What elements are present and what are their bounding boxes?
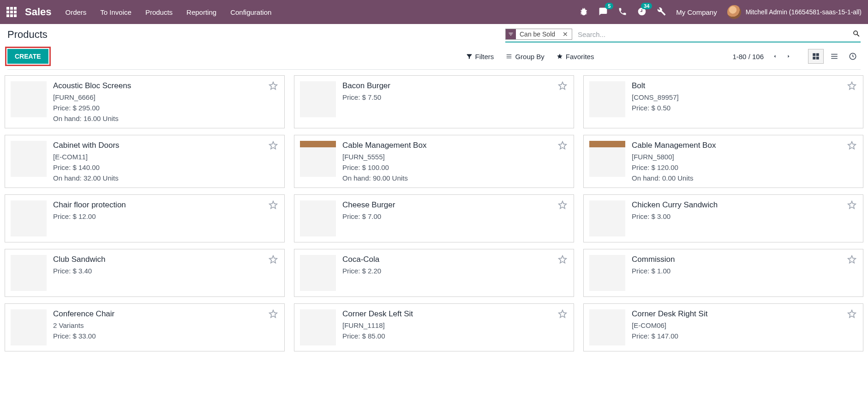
product-card[interactable]: Bacon BurgerPrice: $ 7.50 [294,75,574,128]
product-card[interactable]: Acoustic Bloc Screens[FURN_6666]Price: $… [5,75,285,128]
product-price: Price: $ 3.00 [632,212,857,220]
star-icon[interactable] [269,81,278,92]
activities-icon[interactable]: 34 [637,7,647,18]
topbar-right: 5 34 My Company Mitchell Admin (16654581… [579,5,862,19]
star-icon[interactable] [847,200,856,211]
product-name: Corner Desk Left Sit [342,309,568,319]
nav-orders[interactable]: Orders [66,8,87,16]
product-info: Cabinet with Doors[E-COM11]Price: $ 140.… [53,141,279,182]
star-icon[interactable] [558,141,567,151]
product-info: Chair floor protectionPrice: $ 12.00 [53,200,279,236]
product-price: Price: $ 140.00 [53,163,279,171]
search-input[interactable] [576,30,852,39]
product-thumb [300,81,336,117]
product-ref: [FURN_5555] [342,153,568,161]
product-card[interactable]: Corner Desk Left Sit[FURN_1118]Price: $ … [294,303,574,351]
pager-prev[interactable] [772,53,778,60]
product-ref: 2 Variants [53,321,279,329]
product-card[interactable]: Chicken Curry SandwichPrice: $ 3.00 [583,194,863,242]
create-button[interactable]: CREATE [7,49,48,64]
star-icon[interactable] [269,255,278,266]
star-icon[interactable] [558,200,567,211]
star-icon[interactable] [558,255,567,266]
user-name: Mitchell Admin (16654581-saas-15-1-all) [746,8,862,16]
pager-next[interactable] [786,53,791,60]
product-card[interactable]: CommissionPrice: $ 1.00 [583,249,863,297]
pager-value[interactable]: 1-80 / 106 [732,53,764,60]
product-name: Chicken Curry Sandwich [632,200,857,210]
product-price: Price: $ 147.00 [632,332,857,340]
product-thumb [589,141,625,177]
product-card[interactable]: Club SandwichPrice: $ 3.40 [5,249,285,297]
brand-title[interactable]: Sales [25,6,52,18]
messages-icon[interactable]: 5 [599,7,608,18]
view-activity[interactable] [845,49,861,64]
search-tools: Filters Group By Favorites [466,53,594,60]
product-info: Cheese BurgerPrice: $ 7.00 [342,200,568,236]
product-card[interactable]: Cheese BurgerPrice: $ 7.00 [294,194,574,242]
star-icon[interactable] [558,81,567,92]
product-onhand: On hand: 90.00 Units [342,174,568,182]
view-kanban[interactable] [808,49,824,64]
product-card[interactable]: Chair floor protectionPrice: $ 12.00 [5,194,285,242]
nav-products[interactable]: Products [145,8,173,16]
groupby-button[interactable]: Group By [506,53,544,60]
product-price: Price: $ 100.00 [342,163,568,171]
product-ref: [FURN_6666] [53,93,279,101]
tools-icon[interactable] [657,7,666,18]
star-icon[interactable] [847,309,856,320]
topbar: Sales Orders To Invoice Products Reporti… [0,0,868,24]
product-ref: [E-COM11] [53,153,279,161]
product-card[interactable]: Bolt[CONS_89957]Price: $ 0.50 [583,75,863,128]
product-card[interactable]: Cable Management Box[FURN_5800]Price: $ … [583,135,863,188]
product-info: Club SandwichPrice: $ 3.40 [53,255,279,291]
product-card[interactable]: Cable Management Box[FURN_5555]Price: $ … [294,135,574,188]
user-menu[interactable]: Mitchell Admin (16654581-saas-15-1-all) [727,5,862,19]
product-ref: [FURN_5800] [632,153,857,161]
product-name: Conference Chair [53,309,279,319]
bug-icon[interactable] [579,7,588,18]
star-icon[interactable] [269,309,278,320]
product-card[interactable]: Conference Chair2 VariantsPrice: $ 33.00 [5,303,285,351]
search-icon[interactable] [852,30,861,39]
star-icon[interactable] [558,309,567,320]
star-icon[interactable] [269,141,278,151]
groupby-label: Group By [515,53,544,60]
view-switcher [808,49,861,64]
apps-icon[interactable] [6,7,17,17]
page-title: Products [7,29,48,41]
product-card[interactable]: Coca-ColaPrice: $ 2.20 [294,249,574,297]
facet-remove[interactable]: ✕ [559,30,572,38]
product-thumb [300,141,336,177]
product-price: Price: $ 2.20 [342,267,568,275]
favorites-button[interactable]: Favorites [557,53,594,60]
product-info: Coca-ColaPrice: $ 2.20 [342,255,568,291]
product-info: Conference Chair2 VariantsPrice: $ 33.00 [53,309,279,345]
nav-configuration[interactable]: Configuration [230,8,271,16]
product-name: Club Sandwich [53,255,279,264]
product-ref: [FURN_1118] [342,321,568,329]
nav-to-invoice[interactable]: To Invoice [100,8,132,16]
company-switcher[interactable]: My Company [676,8,717,16]
product-name: Bolt [632,81,857,91]
product-card[interactable]: Corner Desk Right Sit[E-COM06]Price: $ 1… [583,303,863,351]
star-icon[interactable] [847,255,856,266]
search-wrap: Can be Sold ✕ [505,29,861,42]
phone-icon[interactable] [618,7,627,18]
avatar [727,5,741,19]
product-info: Chicken Curry SandwichPrice: $ 3.00 [632,200,857,236]
product-name: Cheese Burger [342,200,568,210]
product-name: Commission [632,255,857,264]
star-icon[interactable] [847,81,856,92]
product-thumb [11,200,47,236]
product-price: Price: $ 33.00 [53,332,279,340]
star-icon[interactable] [269,200,278,211]
star-icon[interactable] [847,141,856,151]
facet-label: Can be Sold [516,30,559,39]
product-info: CommissionPrice: $ 1.00 [632,255,857,291]
filters-button[interactable]: Filters [466,53,494,60]
nav-reporting[interactable]: Reporting [186,8,216,16]
product-card[interactable]: Cabinet with Doors[E-COM11]Price: $ 140.… [5,135,285,188]
product-price: Price: $ 7.00 [342,212,568,220]
view-list[interactable] [826,49,842,64]
